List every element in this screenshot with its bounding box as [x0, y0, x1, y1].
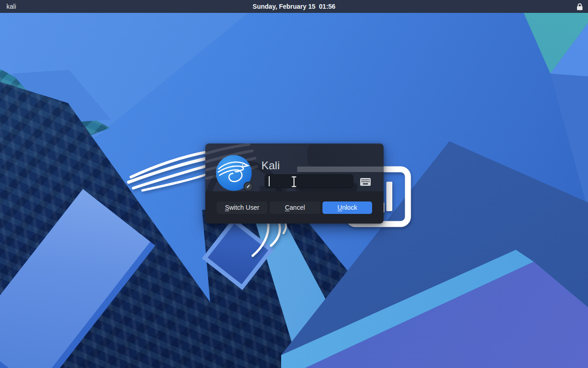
unlock-dialog-header: ✓ Kali	[205, 144, 384, 191]
hostname-label: kali	[6, 0, 16, 13]
check-icon: ✓	[243, 182, 253, 191]
cancel-button[interactable]: Cancel	[270, 201, 320, 214]
unlock-button[interactable]: Unlock	[322, 201, 372, 214]
keyboard-icon[interactable]	[360, 178, 371, 186]
unlock-dialog: ✓ Kali	[205, 144, 384, 224]
password-field-wrap	[265, 174, 353, 188]
password-input[interactable]	[265, 174, 353, 188]
padlock-icon	[576, 3, 583, 11]
username-label: Kali	[261, 159, 280, 172]
top-bar: kali Sunday, February 15 01:56	[0, 0, 588, 13]
text-ibeam-cursor	[291, 176, 297, 188]
clock-label: Sunday, February 15 01:56	[253, 0, 335, 13]
switch-user-button[interactable]: Switch User	[217, 201, 267, 214]
text-caret	[269, 176, 270, 186]
avatar: ✓	[216, 155, 252, 191]
unlock-dialog-footer: Switch User Cancel Unlock	[205, 191, 384, 224]
